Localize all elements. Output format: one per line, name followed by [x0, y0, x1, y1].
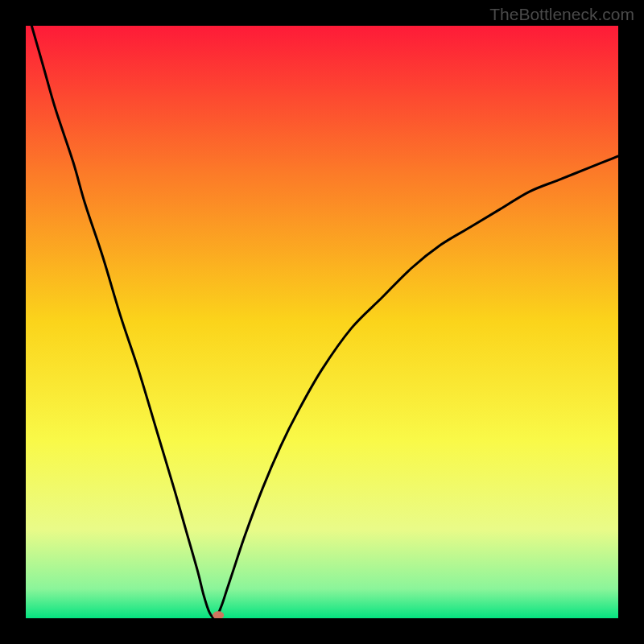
plot-area	[26, 26, 618, 618]
curve-layer	[26, 26, 618, 618]
watermark-text: TheBottleneck.com	[489, 5, 634, 24]
chart-frame: TheBottleneck.com	[0, 0, 644, 644]
optimum-marker	[213, 611, 224, 618]
bottleneck-curve	[31, 26, 618, 618]
